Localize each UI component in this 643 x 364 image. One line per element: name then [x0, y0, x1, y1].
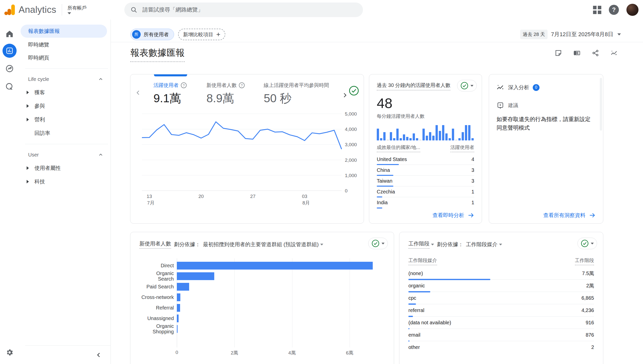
nav-item-user-attributes[interactable]: 使用者屬性 — [19, 161, 111, 175]
bar — [177, 325, 178, 333]
search-bar[interactable] — [124, 3, 363, 17]
metric-tab-new-users[interactable]: 新使用者人數? 8.9萬 — [206, 82, 264, 106]
all-users-chip[interactable]: 所 所有使用者 — [130, 29, 174, 40]
nav-item-realtime-pages[interactable]: 即時網頁 — [19, 51, 111, 64]
country-value: 3 — [471, 167, 474, 173]
metric-tab-active-users[interactable]: 活躍使用者? 9.1萬 — [153, 82, 206, 106]
help-question-icon[interactable]: ? — [239, 82, 245, 88]
axis-tick-label: 2萬 — [231, 350, 238, 356]
minute-bar — [452, 129, 454, 140]
realtime-check-dropdown[interactable] — [457, 80, 477, 91]
view-all-insights-link[interactable]: 查看所有洞察資料 — [543, 212, 596, 219]
channels-card-title: 新使用者人數 劃分依據： 最初招攬到使用者的主要管道群組 (預設管道群組) — [139, 240, 323, 249]
reports-icon-active[interactable] — [3, 44, 17, 58]
chevron-down-icon — [320, 244, 323, 245]
comparison-icon[interactable] — [573, 49, 581, 57]
avatar[interactable] — [626, 4, 638, 16]
medium-name: referral — [408, 307, 424, 313]
country-column-header[interactable]: 成效最佳的國家/地... — [377, 144, 420, 152]
link-label: 查看所有洞察資料 — [543, 212, 585, 219]
sessions-table-header: 工作階段媒介 工作階段 — [408, 257, 594, 265]
realtime-title[interactable]: 過去 30 分鐘內的活躍使用者人數 — [377, 82, 450, 90]
nav-section-life-cycle[interactable]: Life cycle — [19, 73, 111, 86]
comparison-chips-row: 所 所有使用者 新增比較項目 + — [130, 29, 225, 40]
active-users-column-header[interactable]: 活躍使用者 — [450, 144, 474, 152]
advertising-icon[interactable] — [5, 82, 14, 91]
help-icon[interactable]: ? — [609, 5, 619, 15]
view-realtime-link[interactable]: 查看即時分析 — [433, 212, 474, 219]
expand-arrow-icon[interactable] — [27, 180, 29, 183]
expand-arrow-icon[interactable] — [27, 118, 29, 121]
bar-row: Direct — [139, 260, 386, 271]
svg-text:20: 20 — [198, 194, 204, 199]
expand-arrow-icon[interactable] — [27, 104, 29, 108]
nav-item-retention[interactable]: 回訪率 — [19, 126, 111, 140]
minute-bar — [462, 132, 464, 140]
settings-gear-icon[interactable] — [6, 348, 14, 356]
minute-bar — [442, 125, 444, 140]
nav-item-tech[interactable]: 科技 — [19, 175, 111, 188]
insights-sparkline-icon[interactable] — [610, 49, 618, 57]
nav-item-snapshot[interactable]: 報表數據匯報 — [21, 25, 107, 38]
nav-item-monetization[interactable]: 營利 — [19, 113, 111, 126]
nav-section-user[interactable]: User — [19, 148, 111, 161]
bar-label: Organic Shopping — [139, 323, 174, 334]
table-row: (none) 7.5萬 — [408, 267, 594, 280]
sessions-column-header[interactable]: 工作階段 — [575, 257, 594, 265]
data-quality-check-icon[interactable] — [349, 85, 359, 96]
nav-divider — [25, 144, 108, 144]
insight-message[interactable]: 如要存取遺失的行為指標，請重新設定同意聲明模式 — [497, 115, 595, 132]
dimension-selector[interactable]: 最初招攬到使用者的主要管道群組 (預設管道群組) — [203, 241, 319, 248]
minute-bar — [400, 138, 402, 140]
sessions-check-dropdown[interactable] — [577, 238, 597, 249]
explore-icon[interactable] — [5, 64, 14, 73]
share-icon[interactable] — [592, 49, 599, 57]
add-comparison-chip[interactable]: 新增比較項目 + — [178, 29, 225, 40]
metric-tab-engagement-time[interactable]: 線上活躍使用者平均參與時間 50 秒 — [264, 82, 330, 106]
nav-item-label: 營利 — [34, 116, 45, 123]
country-name: India — [377, 200, 388, 205]
chevron-down-icon — [431, 244, 434, 245]
per-minute-label: 每分鐘活躍使用者人數 — [377, 113, 424, 120]
dimension-selector[interactable]: 工作階段媒介 — [466, 241, 498, 248]
arrow-right-icon — [468, 212, 474, 219]
add-note-icon[interactable] — [555, 49, 562, 57]
metrics-scroll-left-icon[interactable] — [135, 89, 141, 96]
per-minute-bar-chart — [377, 124, 475, 140]
expand-arrow-icon[interactable] — [27, 91, 29, 94]
analytics-logo[interactable]: Analytics — [4, 4, 56, 16]
minute-bar — [383, 132, 386, 140]
home-icon[interactable] — [5, 30, 14, 38]
minute-bar — [380, 138, 382, 140]
expand-arrow-icon[interactable] — [27, 166, 29, 170]
chevron-down-icon — [382, 243, 385, 244]
card-scrollbar[interactable] — [600, 78, 602, 131]
medium-name: email — [408, 332, 420, 338]
svg-text:27: 27 — [250, 194, 255, 199]
medium-column-header[interactable]: 工作階段媒介 — [408, 257, 437, 265]
google-apps-icon[interactable] — [593, 6, 601, 14]
header-actions: ? — [593, 0, 638, 20]
all-users-chip-avatar: 所 — [132, 30, 141, 39]
sessions-table: (none) 7.5萬 organic 2萬 cpc 6,865 referra… — [408, 267, 594, 353]
add-comparison-label: 新增比較項目 — [183, 31, 213, 38]
nav-item-label: 即時總覽 — [28, 41, 49, 48]
nav-item-engagement[interactable]: 參與 — [19, 99, 111, 113]
nav-item-acquisition[interactable]: 獲客 — [19, 86, 111, 99]
date-range-picker[interactable]: 過去 28 天 7月12日至 2025年8月8日 — [520, 30, 621, 39]
minute-bar — [439, 131, 441, 140]
metrics-scroll-right-icon[interactable] — [342, 91, 348, 99]
minute-bar — [436, 125, 438, 140]
help-question-icon[interactable]: ? — [181, 82, 187, 88]
metric-selector[interactable]: 新使用者人數 — [139, 240, 171, 249]
nav-item-realtime-overview[interactable]: 即時總覽 — [19, 38, 111, 51]
minute-bar — [416, 138, 418, 140]
account-switcher[interactable]: 所有帳戶 — [68, 5, 87, 14]
chevron-up-icon — [98, 76, 103, 82]
green-check-icon — [371, 239, 380, 247]
search-input[interactable] — [142, 6, 363, 13]
minute-bar — [387, 140, 389, 140]
metric-selector[interactable]: 工作階段 — [408, 240, 430, 249]
collapse-sidebar-icon[interactable] — [95, 351, 102, 359]
channels-check-dropdown[interactable] — [368, 238, 388, 249]
